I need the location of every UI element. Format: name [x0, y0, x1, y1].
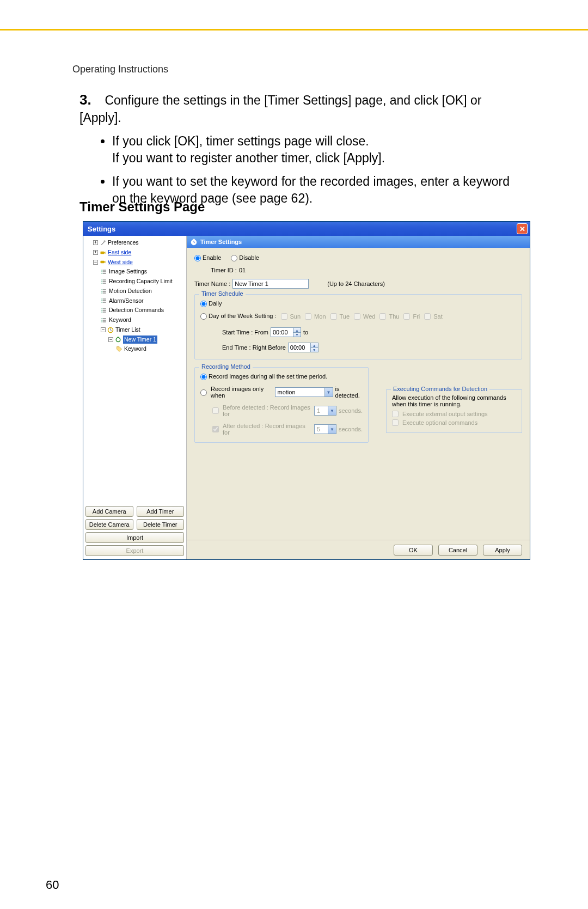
daily-radio[interactable]: Daily [200, 300, 222, 307]
cmds-note: Allow execution of the following command… [392, 394, 516, 407]
svg-rect-4 [103, 270, 106, 271]
tree-image-settings[interactable]: Image Settings [85, 267, 184, 277]
spinner-up-icon[interactable]: ▲ [310, 343, 318, 348]
record-only-radio[interactable] [200, 389, 209, 396]
recording-method-legend: Recording Method [199, 363, 253, 370]
tree-new-timer-1[interactable]: − New Timer 1 [85, 335, 184, 345]
camera-icon [100, 259, 106, 265]
list-icon [101, 317, 107, 324]
svg-rect-3 [102, 270, 103, 271]
step-text: Configure the settings in the [Timer Set… [79, 93, 481, 125]
tree-motion-detection[interactable]: Motion Detection [85, 286, 184, 296]
svg-rect-7 [102, 273, 103, 274]
tree-east-side[interactable]: + East side [85, 248, 184, 258]
svg-rect-17 [102, 291, 103, 292]
timer-schedule-legend: Timer Schedule [199, 290, 246, 297]
right-pane: Timer Settings Enable Disable Timer ID :… [187, 236, 530, 559]
timer-icon [115, 336, 121, 343]
tree-timer-list[interactable]: − Timer List [85, 325, 184, 335]
delete-camera-button[interactable]: Delete Camera [85, 519, 133, 530]
svg-rect-41 [118, 337, 119, 338]
spinner-down-icon[interactable]: ▼ [293, 333, 301, 337]
svg-rect-23 [102, 301, 103, 302]
svg-rect-44 [193, 239, 195, 240]
svg-rect-21 [102, 299, 103, 300]
titlebar[interactable]: Settings ✕ [83, 222, 530, 236]
tree-west-side[interactable]: − West side [85, 258, 184, 267]
after-seconds-select: 5 ▼ [314, 424, 336, 434]
tree-keyword[interactable]: Keyword [85, 315, 184, 325]
end-time-input[interactable] [289, 343, 310, 352]
svg-rect-30 [103, 310, 106, 311]
day-tue: Tue [330, 313, 350, 320]
svg-rect-9 [102, 279, 103, 280]
svg-rect-26 [103, 302, 106, 303]
expand-icon[interactable]: + [93, 240, 98, 245]
svg-rect-24 [103, 301, 106, 302]
add-camera-button[interactable]: Add Camera [85, 506, 133, 517]
executing-commands-fieldset: Executing Commands for Detection Allow e… [386, 389, 522, 433]
tree-detection-commands[interactable]: Detection Commands [85, 306, 184, 315]
chevron-down-icon[interactable]: ▼ [324, 388, 333, 396]
cmd-optional-check [392, 419, 399, 426]
wrench-icon [100, 240, 106, 246]
enable-radio[interactable]: Enable [194, 254, 221, 261]
svg-rect-8 [103, 273, 106, 274]
start-time-input[interactable] [271, 328, 293, 337]
end-time-spinner[interactable]: ▲▼ [288, 343, 318, 352]
settings-window: Settings ✕ + Preferences + East side − [83, 221, 530, 560]
import-button[interactable]: Import [85, 532, 184, 543]
spinner-down-icon[interactable]: ▼ [310, 348, 318, 352]
chevron-down-icon: ▼ [328, 406, 336, 415]
disable-radio[interactable]: Disable [231, 254, 259, 261]
tree-recording-capacity[interactable]: Recording Capacity Limit [85, 277, 184, 286]
export-button: Export [85, 545, 184, 556]
timer-name-hint: (Up to 24 Characters) [327, 280, 385, 287]
timer-id-label: Timer ID : [211, 267, 237, 273]
dow-radio[interactable]: Day of the Week Setting : [200, 313, 277, 320]
close-icon[interactable]: ✕ [517, 223, 528, 234]
timer-icon [190, 238, 198, 246]
start-time-spinner[interactable]: ▲▼ [271, 327, 301, 337]
svg-rect-31 [102, 312, 103, 313]
svg-rect-22 [103, 299, 106, 300]
bullet-1a: If you click [OK], timer settings page w… [112, 134, 369, 148]
expand-icon[interactable]: + [93, 250, 98, 255]
page-header: Operating Instructions [72, 64, 168, 75]
record-all-radio[interactable]: Record images during all the set time pe… [200, 373, 327, 380]
top-rule [0, 29, 588, 30]
day-fri: Fri [403, 313, 420, 320]
timer-id-value: 01 [239, 267, 246, 273]
spinner-up-icon[interactable]: ▲ [293, 328, 301, 333]
svg-rect-5 [102, 271, 103, 272]
tree-alarm-sensor[interactable]: Alarm/Sensor [85, 296, 184, 306]
executing-commands-legend: Executing Commands for Detection [391, 386, 489, 392]
after-detected-check [212, 426, 219, 432]
list-icon [101, 307, 107, 314]
collapse-icon[interactable]: − [101, 327, 106, 332]
svg-rect-10 [103, 279, 106, 280]
delete-timer-button[interactable]: Delete Timer [137, 519, 185, 530]
settings-tree[interactable]: + Preferences + East side − West side Im… [85, 238, 184, 354]
timer-name-input[interactable] [232, 279, 309, 289]
add-timer-button[interactable]: Add Timer [137, 506, 185, 517]
collapse-icon[interactable]: − [108, 337, 113, 342]
cmd-external-check [392, 411, 399, 417]
clock-icon [107, 327, 114, 333]
tree-preferences[interactable]: + Preferences [85, 238, 184, 248]
collapse-icon[interactable]: − [93, 260, 98, 265]
camera-icon [100, 249, 106, 256]
cancel-button[interactable]: Cancel [438, 545, 477, 556]
tree-keyword-child[interactable]: Keyword [85, 344, 184, 354]
left-pane: + Preferences + East side − West side Im… [83, 236, 187, 559]
apply-button[interactable]: Apply [483, 545, 522, 556]
svg-rect-38 [103, 321, 106, 322]
bullet-1: If you click [OK], timer settings page w… [112, 133, 520, 167]
day-wed: Wed [354, 313, 375, 320]
svg-rect-6 [103, 271, 106, 272]
list-icon [101, 269, 107, 275]
svg-rect-19 [102, 292, 103, 294]
ok-button[interactable]: OK [394, 545, 433, 556]
detection-type-select[interactable]: motion ▼ [275, 387, 333, 397]
day-mon: Mon [305, 313, 326, 320]
